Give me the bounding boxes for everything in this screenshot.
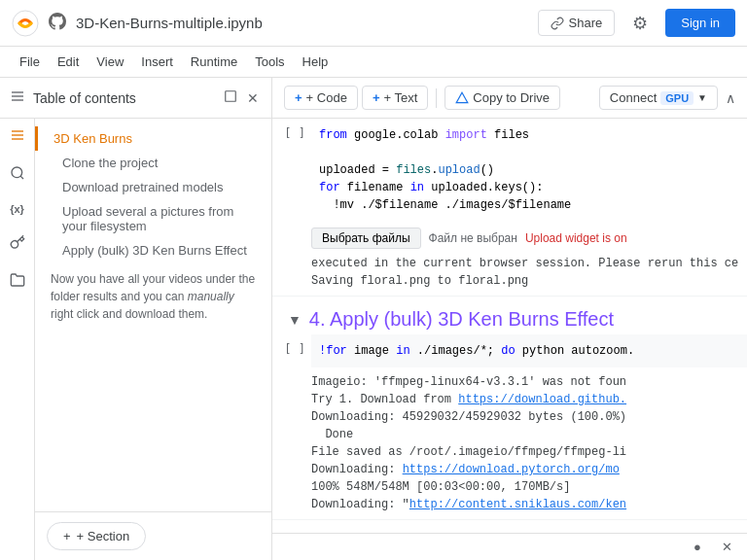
svg-line-9 xyxy=(20,176,23,179)
cell2-out-7: 100% 548M/548M [00:03<00:00, 170MB/s] xyxy=(311,478,739,496)
github-icon xyxy=(49,13,66,34)
download-link-3[interactable]: http://content.sniklaus.com/ken xyxy=(409,498,626,511)
notebook-toolbar: + + Code + + Text Copy to Drive Connect … xyxy=(272,78,747,119)
connect-button[interactable]: Connect GPU ▼ xyxy=(599,86,718,110)
drive-icon xyxy=(455,91,469,105)
close-bottom-button[interactable]: ✕ xyxy=(716,537,737,558)
menu-runtime[interactable]: Runtime xyxy=(183,51,245,73)
sidebar: Table of contents ✕ {x} xyxy=(0,78,272,560)
cell-1-bracket: [ ] xyxy=(272,119,311,222)
add-section-button[interactable]: + + Section xyxy=(47,522,146,550)
menu-insert[interactable]: Insert xyxy=(133,51,181,73)
strip-toc-icon[interactable] xyxy=(7,124,28,149)
upload-warning: Upload widget is on xyxy=(525,229,627,247)
menu-bar: File Edit View Insert Runtime Tools Help xyxy=(0,47,747,78)
svg-point-8 xyxy=(12,167,22,178)
signin-button[interactable]: Sign in xyxy=(665,9,735,37)
menu-help[interactable]: Help xyxy=(295,51,337,73)
main-layout: Table of contents ✕ {x} xyxy=(0,78,747,560)
upload-status: Файл не выбран xyxy=(429,229,517,247)
circle-button[interactable]: ● xyxy=(687,537,708,558)
cell2-out-5: File saved as /root/.imageio/ffmpeg/ffmp… xyxy=(311,443,739,461)
toc-note: Now you have all your videos under the f… xyxy=(35,262,271,331)
svg-rect-4 xyxy=(226,91,236,102)
sidebar-bottom: + + Section xyxy=(35,511,271,560)
toc-item-apply[interactable]: Apply (bulk) 3D Ken Burns Effect xyxy=(35,238,271,262)
cell2-out-4: Done xyxy=(311,426,739,443)
expand-sidebar-button[interactable] xyxy=(221,87,240,109)
section-collapse-button[interactable]: ▼ xyxy=(288,312,302,328)
upload-files-button[interactable]: Выбрать файлы xyxy=(311,228,421,249)
toc-icon xyxy=(10,88,25,108)
strip-key-icon[interactable] xyxy=(7,231,28,256)
top-bar: 3D-Ken-Burns-multiple.ipynb Share ⚙ Sign… xyxy=(0,0,747,47)
download-link-2[interactable]: https://download.pytorch.org/mo xyxy=(403,463,620,476)
toc-item-upload[interactable]: Upload several a pictures from your file… xyxy=(35,199,271,238)
cell2-out-3: Downloading: 45929032/45929032 bytes (10… xyxy=(311,408,739,426)
cell2-out-6: Downloading: https://download.pytorch.or… xyxy=(311,461,739,478)
sidebar-strip: {x} xyxy=(0,119,35,560)
strip-search-icon[interactable] xyxy=(7,162,28,187)
section-4-title: 4. Apply (bulk) 3D Ken Burns Effect xyxy=(309,308,614,331)
notebook-content: [ ] from google.colab import files uploa… xyxy=(272,119,747,533)
cell-2-code-row: [ ] !for image in ./images/*; do python … xyxy=(272,334,747,368)
copy-to-drive-button[interactable]: Copy to Drive xyxy=(445,86,560,110)
cell-2: [ ] !for image in ./images/*; do python … xyxy=(272,334,747,520)
plus-icon: + xyxy=(63,529,71,543)
menu-tools[interactable]: Tools xyxy=(247,51,292,73)
svg-point-0 xyxy=(13,11,38,36)
download-link-1[interactable]: https://download.github. xyxy=(458,393,626,406)
cell-1-code[interactable]: from google.colab import files uploaded … xyxy=(311,119,747,222)
cell-1-code-row: [ ] from google.colab import files uploa… xyxy=(272,119,747,222)
cell-1-output: Выбрать файлы Файл не выбран Upload widg… xyxy=(272,222,747,296)
plus-icon: + xyxy=(373,90,380,105)
toc-item-3dkenburns[interactable]: 3D Ken Burns xyxy=(35,126,271,151)
toc-item-download[interactable]: Download pretrained models xyxy=(35,175,271,199)
output-text-2: Saving floral.png to floral.png xyxy=(311,272,739,290)
toc-item-clone[interactable]: Clone the project xyxy=(35,151,271,175)
add-code-button[interactable]: + + Code xyxy=(284,86,358,110)
collapse-button[interactable]: ∧ xyxy=(726,90,735,106)
sidebar-title: Table of contents xyxy=(33,90,213,106)
cell-2-output: Imageio: 'ffmpeg-linux64-v3.3.1' was not… xyxy=(272,368,747,519)
add-text-button[interactable]: + + Text xyxy=(362,86,428,110)
strip-folder-icon[interactable] xyxy=(7,269,28,294)
sidebar-header: Table of contents ✕ xyxy=(0,78,271,119)
cell-2-bracket: [ ] xyxy=(272,334,311,368)
cell2-out-8: Downloading: "http://content.sniklaus.co… xyxy=(311,496,739,513)
close-sidebar-button[interactable]: ✕ xyxy=(244,87,262,109)
dropdown-icon: ▼ xyxy=(697,92,707,103)
menu-file[interactable]: File xyxy=(12,51,48,73)
strip-variables-icon[interactable]: {x} xyxy=(7,200,27,218)
section-4-heading: ▼ 4. Apply (bulk) 3D Ken Burns Effect xyxy=(272,297,747,334)
cell2-out-2: Try 1. Download from https://download.gi… xyxy=(311,391,739,408)
menu-edit[interactable]: Edit xyxy=(50,51,87,73)
colab-logo xyxy=(12,10,39,37)
sidebar-header-actions: ✕ xyxy=(221,87,262,109)
bottom-bar: ● ✕ xyxy=(272,533,747,560)
menu-view[interactable]: View xyxy=(89,51,131,73)
output-text-1: executed in the current browser session.… xyxy=(311,255,739,272)
notebook: + + Code + + Text Copy to Drive Connect … xyxy=(272,78,747,560)
share-button[interactable]: Share xyxy=(538,10,616,36)
upload-widget: Выбрать файлы Файл не выбран Upload widg… xyxy=(311,228,739,249)
toolbar-divider xyxy=(436,88,437,108)
cell-1: [ ] from google.colab import files uploa… xyxy=(272,119,747,297)
file-title: 3D-Ken-Burns-multiple.ipynb xyxy=(76,15,263,31)
gpu-badge: GPU xyxy=(660,91,694,105)
cell-2-code[interactable]: !for image in ./images/*; do python auto… xyxy=(311,334,747,368)
cell2-out-1: Imageio: 'ffmpeg-linux64-v3.3.1' was not… xyxy=(311,373,739,391)
settings-button[interactable]: ⚙ xyxy=(624,8,656,39)
svg-marker-10 xyxy=(456,92,468,103)
plus-icon: + xyxy=(295,90,302,105)
toc-list: 3D Ken Burns Clone the project Download … xyxy=(35,119,271,511)
